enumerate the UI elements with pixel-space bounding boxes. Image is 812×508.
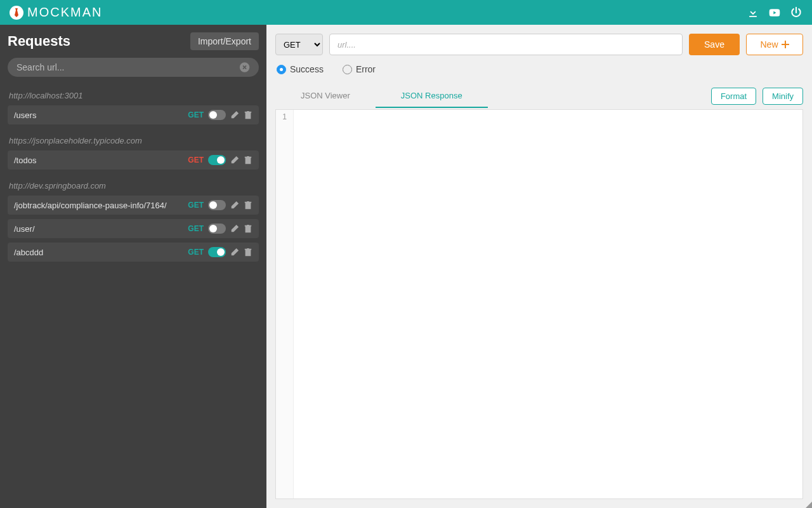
logo-section: MOCKMAN — [10, 5, 102, 20]
search-input[interactable] — [16, 62, 239, 72]
save-button[interactable]: Save — [689, 34, 740, 55]
tab-actions: Format Minify — [711, 88, 803, 105]
request-path: /user/ — [14, 224, 188, 234]
edit-icon[interactable] — [230, 224, 239, 233]
enable-toggle[interactable] — [208, 200, 226, 210]
request-row[interactable]: /usersGET — [8, 105, 259, 124]
plus-icon — [782, 41, 789, 48]
request-path: /users — [14, 110, 188, 120]
status-radio-group: Success Error — [275, 64, 803, 74]
minify-button[interactable]: Minify — [763, 88, 803, 105]
url-input[interactable] — [329, 34, 683, 55]
sidebar: Requests Import/Export http://localhost:… — [0, 25, 266, 508]
request-controls: GET — [188, 200, 252, 210]
delete-icon[interactable] — [244, 110, 252, 119]
new-button-label: New — [760, 39, 778, 50]
host-group: http://localhost:3001/usersGET — [8, 91, 259, 124]
sidebar-header: Requests Import/Export — [8, 32, 259, 50]
request-controls: GET — [188, 155, 252, 165]
edit-icon[interactable] — [230, 156, 239, 164]
request-path: /jobtrack/api/compliance-pause-info/7164… — [14, 201, 188, 210]
radio-label-success: Success — [290, 64, 324, 74]
method-badge: GET — [188, 110, 204, 119]
power-icon[interactable] — [790, 6, 802, 19]
editor-gutter: 1 — [276, 110, 294, 498]
host-group: http://dev.springboard.com/jobtrack/api/… — [8, 181, 259, 262]
host-label: http://localhost:3001 — [8, 91, 259, 100]
radio-success[interactable]: Success — [277, 64, 324, 74]
delete-icon[interactable] — [244, 248, 252, 257]
method-badge: GET — [188, 156, 204, 164]
new-button[interactable]: New — [746, 34, 803, 55]
radio-icon — [277, 65, 286, 74]
request-controls: GET — [188, 247, 252, 257]
content-panel: GET Save New Success Error JSON Viewer — [266, 25, 812, 508]
edit-icon[interactable] — [230, 110, 239, 119]
radio-label-error: Error — [356, 64, 376, 74]
radio-error[interactable]: Error — [343, 64, 376, 74]
editor-content[interactable] — [294, 110, 802, 498]
radio-icon — [343, 65, 352, 74]
method-select[interactable]: GET — [275, 34, 323, 55]
request-row[interactable]: /todosGET — [8, 150, 259, 170]
request-row[interactable]: /abcdddGET — [8, 243, 259, 262]
enable-toggle[interactable] — [208, 224, 226, 234]
header-actions — [747, 6, 802, 19]
resize-handle[interactable] — [806, 502, 812, 508]
request-row[interactable]: /jobtrack/api/compliance-pause-info/7164… — [8, 196, 259, 215]
delete-icon[interactable] — [244, 201, 252, 210]
sidebar-title: Requests — [8, 33, 70, 50]
tabs-row: JSON Viewer JSON Response Format Minify — [275, 84, 803, 108]
app-header: MOCKMAN — [0, 0, 812, 25]
main-layout: Requests Import/Export http://localhost:… — [0, 25, 812, 508]
youtube-icon[interactable] — [768, 6, 781, 19]
method-badge: GET — [188, 224, 204, 233]
download-icon[interactable] — [747, 6, 759, 19]
enable-toggle[interactable] — [208, 247, 226, 257]
clear-icon[interactable] — [239, 62, 250, 73]
line-number: 1 — [276, 112, 293, 121]
format-button[interactable]: Format — [711, 88, 756, 105]
request-path: /todos — [14, 156, 188, 165]
host-label: https://jsonplaceholder.typicode.com — [8, 136, 259, 145]
delete-icon[interactable] — [244, 224, 252, 233]
enable-toggle[interactable] — [208, 110, 226, 120]
method-badge: GET — [188, 201, 204, 210]
edit-icon[interactable] — [230, 248, 239, 257]
tabs: JSON Viewer JSON Response — [275, 84, 488, 108]
enable-toggle[interactable] — [208, 155, 226, 165]
request-controls: GET — [188, 224, 252, 234]
delete-icon[interactable] — [244, 156, 252, 164]
method-badge: GET — [188, 248, 204, 257]
edit-icon[interactable] — [230, 201, 239, 210]
import-export-button[interactable]: Import/Export — [190, 32, 259, 50]
tab-json-response[interactable]: JSON Response — [376, 84, 488, 108]
json-editor[interactable]: 1 — [275, 109, 803, 499]
brand-name: MOCKMAN — [27, 5, 102, 20]
request-path: /abcddd — [14, 248, 188, 257]
tab-json-viewer[interactable]: JSON Viewer — [275, 84, 376, 108]
host-label: http://dev.springboard.com — [8, 181, 259, 190]
request-row[interactable]: /user/GET — [8, 219, 259, 238]
host-group: https://jsonplaceholder.typicode.com/tod… — [8, 136, 259, 170]
request-top-bar: GET Save New — [275, 34, 803, 55]
logo-icon — [10, 6, 23, 20]
search-wrapper — [8, 58, 259, 77]
request-controls: GET — [188, 110, 252, 120]
